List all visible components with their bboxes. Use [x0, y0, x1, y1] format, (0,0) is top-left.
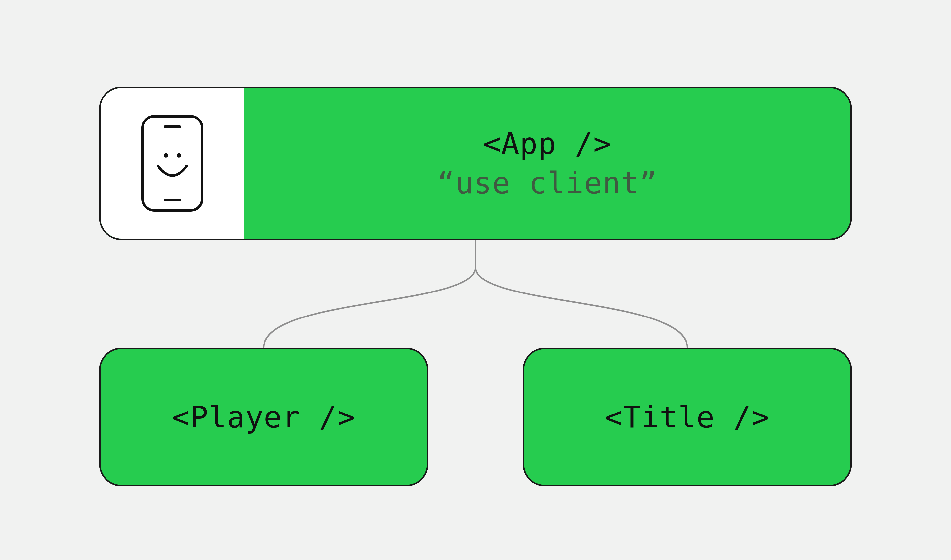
svg-point-4	[177, 153, 181, 158]
node-player: <Player />	[99, 348, 428, 486]
node-app: <App /> “use client”	[99, 87, 852, 240]
svg-point-3	[164, 153, 168, 158]
node-player-label: <Player />	[172, 400, 356, 434]
node-title: <Title />	[523, 348, 852, 486]
node-app-body: <App /> “use client”	[244, 88, 851, 238]
phone-smiley-icon	[140, 114, 205, 213]
svg-rect-0	[143, 116, 202, 210]
client-device-slot	[100, 88, 244, 238]
node-app-directive: “use client”	[437, 166, 658, 200]
diagram: <App /> “use client” <Player /> <Title /…	[0, 0, 951, 560]
node-title-label: <Title />	[605, 400, 770, 434]
node-app-title: <App />	[483, 126, 612, 161]
